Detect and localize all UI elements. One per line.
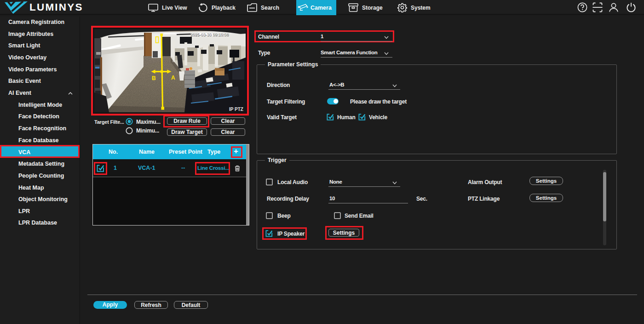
- svg-text:IP PTZ: IP PTZ: [229, 107, 243, 112]
- svg-text:2025-03-30 09:10:08: 2025-03-30 09:10:08: [190, 32, 229, 37]
- svg-text:A: A: [171, 75, 175, 81]
- svg-text:B: B: [152, 75, 156, 81]
